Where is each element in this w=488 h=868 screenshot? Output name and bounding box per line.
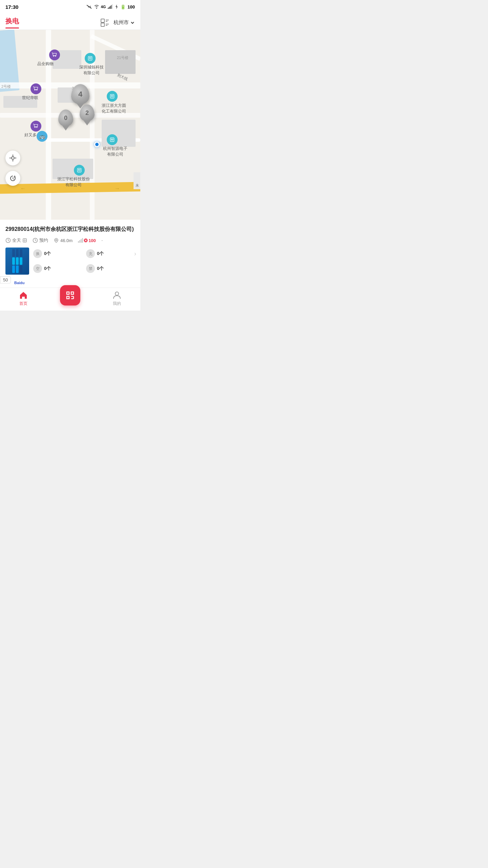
svg-rect-23 — [111, 139, 112, 140]
status-time: 17:30 — [5, 4, 18, 10]
slot-count-1: 0个 — [97, 251, 104, 257]
slot5 — [16, 257, 19, 265]
scan-button[interactable] — [60, 285, 80, 305]
poi-yusong[interactable] — [74, 165, 85, 176]
app-header: 换电 杭州市 — [0, 12, 140, 30]
battery-row-top — [12, 249, 22, 257]
svg-point-30 — [12, 157, 14, 159]
slot-count-2: 0个 — [44, 265, 51, 272]
svg-point-56 — [115, 292, 119, 295]
battery-icon: 🔋 — [120, 4, 126, 9]
station-card[interactable]: 299280014(杭州市余杭区浙江宇松科技股份有限公司) 全天 预约 — [0, 220, 140, 288]
building-block-4 — [102, 120, 136, 147]
svg-rect-25 — [111, 140, 113, 141]
building-block-2 — [105, 50, 136, 74]
pin-2[interactable]: 2 — [80, 104, 95, 121]
svg-point-1 — [96, 8, 97, 9]
clock-icon — [5, 238, 11, 243]
svg-point-46 — [56, 239, 57, 241]
slot-count-3: 0个 — [97, 265, 104, 272]
battery-row-bottom — [12, 265, 22, 273]
locate-icon — [9, 154, 17, 162]
distance-item: 46.0m — [54, 238, 73, 243]
svg-rect-14 — [88, 56, 92, 60]
slot9 — [20, 265, 22, 273]
svg-rect-51 — [71, 292, 74, 294]
nav-mine[interactable]: 我的 — [94, 291, 140, 307]
svg-rect-22 — [110, 138, 114, 141]
svg-rect-18 — [110, 94, 114, 98]
signal-value: 100 — [88, 238, 96, 243]
pin-0[interactable]: 0 — [58, 110, 73, 126]
slot-icon-jin: 禁 — [86, 264, 95, 273]
svg-rect-24 — [113, 139, 113, 140]
svg-line-39 — [8, 240, 9, 241]
pin-0-body: 0 — [58, 110, 73, 126]
header-right: 杭州市 — [100, 18, 135, 27]
slot-counts: 换 0个 充 0个 空 0个 禁 0个 — [33, 248, 135, 275]
slot6 — [20, 257, 22, 265]
svg-marker-7 — [116, 4, 118, 9]
slot8 — [16, 265, 19, 273]
slot-item-1: 充 0个 — [86, 248, 135, 260]
slot-icon-chong: 充 — [86, 249, 95, 258]
history-button[interactable] — [5, 171, 20, 186]
grid-list-icon — [100, 18, 109, 27]
header-title-wrap: 换电 — [5, 17, 19, 28]
slot-item-0: 换 0个 — [33, 248, 82, 260]
history-icon — [9, 175, 17, 182]
chevron-down-icon — [130, 20, 135, 25]
svg-rect-2 — [108, 8, 108, 9]
slot-icon-kong: 空 — [33, 264, 42, 273]
svg-rect-19 — [111, 95, 112, 97]
label-21hao: 21号楼 — [117, 55, 128, 60]
poi-shiji[interactable] — [30, 83, 41, 94]
slot4 — [12, 257, 15, 265]
poi-bus[interactable]: 🚌 — [37, 131, 47, 142]
label-haoyouduo: 好又多 — [24, 132, 37, 138]
pin-4[interactable]: 4 — [71, 84, 89, 104]
bottom-nav: 首页 我的 — [0, 288, 140, 311]
status-bar: 17:30 4G 🔋 100 — [0, 0, 140, 12]
svg-rect-17 — [89, 59, 91, 59]
nav-home[interactable]: 首页 — [0, 291, 47, 307]
label-zhiyuan: 杭州智源电子有限公司 — [98, 146, 132, 157]
slot-item-3: 禁 0个 — [86, 262, 135, 275]
slot1 — [12, 249, 15, 257]
dash-separator: - — [101, 237, 103, 243]
svg-rect-16 — [90, 57, 91, 59]
poi-shenzhen[interactable] — [85, 53, 96, 64]
signal-bars — [78, 238, 83, 243]
svg-rect-29 — [78, 171, 80, 171]
poi-zheda[interactable] — [107, 91, 118, 102]
mute-icon — [86, 4, 92, 9]
4g-icon: 4G — [101, 5, 106, 9]
svg-line-45 — [35, 240, 36, 241]
poi-pinquan[interactable] — [49, 50, 60, 60]
svg-rect-6 — [112, 4, 113, 9]
station-main-row: 换 0个 充 0个 空 0个 禁 0个 › — [5, 248, 135, 275]
nav-mine-label: 我的 — [113, 301, 121, 307]
location-icon — [54, 238, 59, 243]
baidu-logo: Baidu — [14, 281, 25, 285]
building-block-6 — [53, 159, 93, 179]
clock2-icon — [33, 238, 38, 243]
svg-rect-21 — [111, 97, 113, 97]
slot-icon-huan: 换 — [33, 249, 42, 258]
city-selector[interactable]: 杭州市 — [114, 19, 135, 26]
station-name: 299280014(杭州市余杭区浙江宇松科技股份有限公司) — [5, 225, 135, 233]
signal-indicator: 100 — [78, 238, 96, 243]
svg-rect-20 — [113, 95, 113, 97]
svg-rect-8 — [101, 19, 104, 22]
list-view-button[interactable] — [100, 18, 109, 27]
status-icons: 4G 🔋 100 — [86, 4, 135, 9]
home-icon — [19, 291, 28, 299]
poi-haoyouduo[interactable] — [30, 121, 41, 132]
locate-button[interactable] — [5, 151, 20, 165]
pin-4-body: 4 — [71, 84, 89, 104]
slot-item-2: 空 0个 — [33, 262, 82, 275]
map-area[interactable]: ← → 永 品全购物 深圳城铄科技有限公司 世纪华联 好又多 浙江浙大方圆化工有… — [0, 30, 140, 220]
nav-scan[interactable] — [47, 292, 94, 305]
poi-zhiyuan[interactable] — [107, 134, 118, 145]
营-icon — [22, 238, 27, 243]
